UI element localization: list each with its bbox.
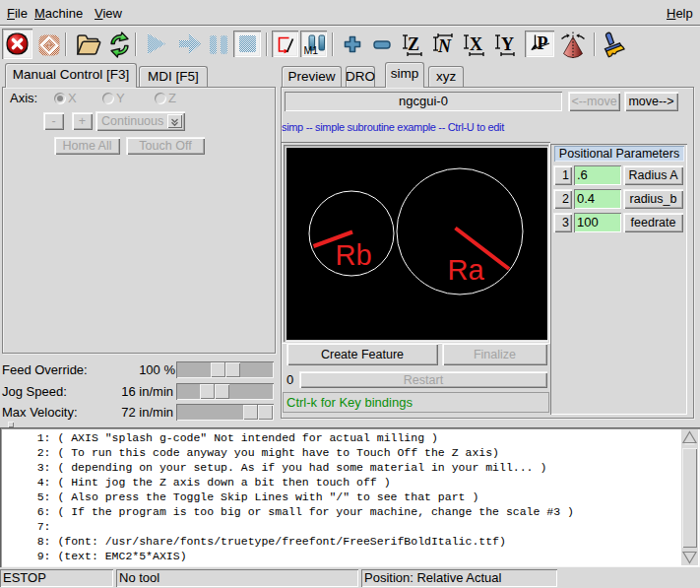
svg-text:P: P [538, 33, 548, 53]
svg-text:Ra: Ra [448, 254, 485, 286]
svg-text:Y: Y [501, 34, 514, 54]
svg-text:N: N [437, 36, 452, 56]
svg-text:Z: Z [408, 34, 419, 54]
svg-text:Rb: Rb [336, 239, 372, 271]
svg-text:X: X [470, 34, 482, 54]
svg-text:M1: M1 [304, 44, 319, 55]
